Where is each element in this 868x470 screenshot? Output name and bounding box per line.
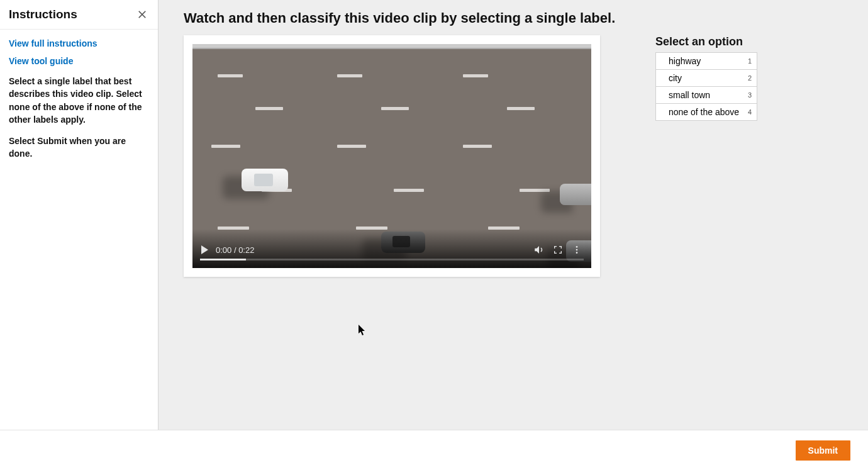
video-card: 0:00 / 0:22 <box>184 35 600 277</box>
options-panel: Select an option highway 1 city 2 small … <box>655 35 757 121</box>
task-title: Watch and then classify this video clip … <box>159 0 868 35</box>
option-highway[interactable]: highway 1 <box>655 53 757 70</box>
option-label: none of the above <box>669 107 739 117</box>
option-hotkey: 2 <box>748 74 752 82</box>
footer-bar: Submit <box>0 430 868 470</box>
option-hotkey: 1 <box>748 57 752 65</box>
close-icon[interactable] <box>135 8 149 21</box>
fullscreen-icon[interactable] <box>552 244 564 255</box>
more-icon[interactable] <box>571 244 582 255</box>
instruction-paragraph-1: Select a single label that best describe… <box>9 75 149 126</box>
option-none[interactable]: none of the above 4 <box>655 104 757 121</box>
video-progress-bar[interactable] <box>200 259 584 260</box>
option-hotkey: 4 <box>748 108 752 116</box>
play-icon[interactable] <box>201 245 208 254</box>
video-frame[interactable]: 0:00 / 0:22 <box>192 44 591 268</box>
video-time: 0:00 / 0:22 <box>216 245 254 255</box>
view-full-instructions-link[interactable]: View full instructions <box>9 38 149 48</box>
options-list: highway 1 city 2 small town 3 none of th… <box>655 52 757 121</box>
option-label: highway <box>669 56 701 66</box>
svg-point-1 <box>576 249 578 251</box>
main-content: Watch and then classify this video clip … <box>159 0 868 430</box>
submit-button[interactable]: Submit <box>796 440 850 461</box>
sidebar-header: Instructions <box>0 0 158 30</box>
options-title: Select an option <box>655 35 757 48</box>
option-city[interactable]: city 2 <box>655 70 757 87</box>
volume-icon[interactable] <box>533 244 545 255</box>
sidebar-body: View full instructions View tool guide S… <box>0 30 158 169</box>
svg-point-2 <box>576 252 578 254</box>
option-label: small town <box>669 90 710 100</box>
option-small-town[interactable]: small town 3 <box>655 87 757 104</box>
cursor-icon <box>359 325 366 336</box>
view-tool-guide-link[interactable]: View tool guide <box>9 56 149 66</box>
instructions-sidebar: Instructions View full instructions View… <box>0 0 159 430</box>
svg-point-0 <box>576 246 578 248</box>
option-hotkey: 3 <box>748 91 752 99</box>
sidebar-title: Instructions <box>9 8 77 21</box>
option-label: city <box>669 73 682 83</box>
instruction-paragraph-2: Select Submit when you are done. <box>9 135 149 160</box>
